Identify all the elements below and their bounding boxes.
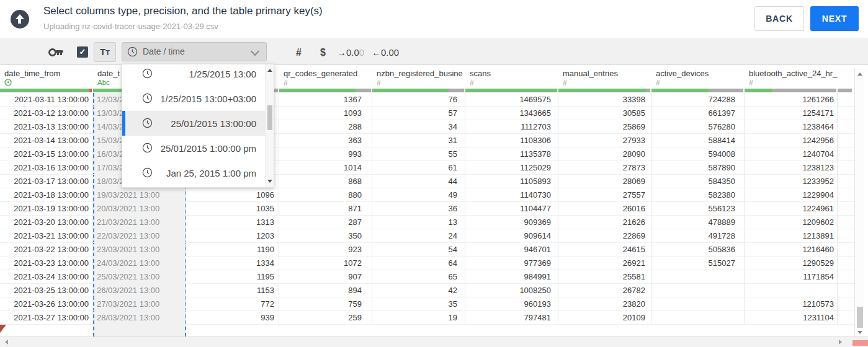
- table-cell: 76: [372, 93, 465, 107]
- column-type-icon: #: [284, 79, 372, 87]
- table-cell: 27933: [558, 134, 651, 147]
- table-cell: 1238123: [745, 161, 838, 175]
- upload-icon: [11, 10, 29, 29]
- scroll-down-icon[interactable]: [267, 180, 272, 183]
- table-cell: [838, 175, 854, 188]
- dropdown-option[interactable]: 25/01/2015 13:00:00: [122, 111, 265, 136]
- type-select[interactable]: Date / time: [122, 42, 267, 61]
- clock-icon: [127, 46, 138, 57]
- column-header[interactable]: active_devices#: [651, 65, 745, 89]
- v-scrollbar[interactable]: [854, 68, 864, 336]
- scrollbar-thumb[interactable]: [267, 105, 272, 130]
- table-cell: 26782: [558, 284, 651, 297]
- table-cell: 21626: [558, 216, 651, 229]
- table-cell: 907: [279, 270, 372, 284]
- scroll-up-icon[interactable]: [267, 69, 272, 72]
- h-scroll-thumb[interactable]: [852, 340, 868, 346]
- currency-type-button[interactable]: $: [320, 39, 326, 66]
- column-quality-bar: [651, 89, 745, 93]
- table-cell: 984991: [465, 270, 558, 284]
- column-header[interactable]: date_time_from: [0, 65, 93, 89]
- scroll-up-icon[interactable]: [857, 72, 862, 76]
- dropdown-option[interactable]: 1/25/2015 13:00+03:00: [122, 86, 265, 111]
- column-type-icon: #: [656, 79, 745, 87]
- table-cell: 1104477: [465, 202, 558, 216]
- table-cell: 759: [279, 297, 372, 311]
- scroll-left-icon[interactable]: [5, 340, 8, 345]
- table-cell: 1254171: [745, 107, 838, 120]
- back-button[interactable]: BACK: [754, 6, 804, 31]
- number-type-button[interactable]: #: [296, 39, 302, 66]
- table-cell: [838, 93, 854, 107]
- table-cell: 24: [372, 229, 465, 243]
- dropdown-option[interactable]: Jan 25, 2015 1:00 pm: [122, 160, 265, 185]
- table-cell: 21/03/2021 13:00: [93, 216, 186, 229]
- primary-key-button[interactable]: [48, 48, 64, 57]
- column-header[interactable]: bluetooth_active_24_hr_#: [745, 65, 838, 89]
- table-cell: 363: [279, 134, 372, 147]
- table-cell: 2021-03-19 13:00:00: [0, 202, 93, 216]
- table-cell: 24615: [558, 243, 651, 257]
- column-type-icon: #: [563, 79, 651, 87]
- scroll-down-icon[interactable]: [857, 331, 862, 334]
- table-cell: [838, 311, 854, 325]
- table-cell: [651, 270, 745, 284]
- table-cell: 661397: [651, 107, 745, 120]
- clock-icon: [142, 68, 153, 79]
- table-cell: 2021-03-17 13:00:00: [0, 175, 93, 188]
- table-cell: 22869: [558, 229, 651, 243]
- table-cell: 576280: [651, 120, 745, 134]
- text-type-button[interactable]: TT: [94, 42, 116, 62]
- table-cell: 1125029: [465, 161, 558, 175]
- column-header[interactable]: manual_entries#: [558, 65, 651, 89]
- table-cell: [838, 147, 854, 161]
- table-cell: 28/03/2021 13:00: [93, 311, 186, 325]
- column-quality-bar: [838, 89, 854, 93]
- table-cell: 20109: [558, 311, 651, 325]
- table-cell: 868: [279, 175, 372, 188]
- table-cell: 1213891: [745, 229, 838, 243]
- next-button[interactable]: NEXT: [810, 6, 859, 31]
- upload-status: Uploading nz-covid-tracer-usage-2021-03-…: [43, 22, 218, 31]
- dropdown-option[interactable]: 1/25/2015 13:00: [122, 64, 265, 86]
- clock-icon: [142, 93, 153, 103]
- decrease-decimal-button[interactable]: ←0.00: [372, 39, 399, 66]
- table-cell: 44: [372, 175, 465, 188]
- table-cell: 1008250: [465, 284, 558, 297]
- table-cell: 594008: [651, 147, 745, 161]
- column-header[interactable]: scans#: [465, 65, 558, 89]
- table-cell: 288: [279, 120, 372, 134]
- column-header[interactable]: nzbn_registered_busine#: [372, 65, 465, 89]
- table-cell: 55: [372, 147, 465, 161]
- table-cell: [651, 311, 745, 325]
- table-cell: 871: [279, 202, 372, 216]
- table-cell: 1014: [279, 161, 372, 175]
- table-cell: 1203: [186, 229, 279, 243]
- table-cell: [838, 257, 854, 270]
- scroll-right-icon[interactable]: [839, 340, 842, 345]
- table-cell: 25/03/2021 13:00: [93, 270, 186, 284]
- table-cell: 30585: [558, 107, 651, 120]
- column-quality-bar: [0, 89, 93, 93]
- increase-decimal-button[interactable]: →0.00: [337, 39, 364, 66]
- column-quality-bar: [465, 89, 558, 93]
- column-header[interactable]: qr_codes_generated#: [279, 65, 372, 89]
- table-cell: 25581: [558, 270, 651, 284]
- table-cell: 1209602: [745, 216, 838, 229]
- table-cell: 23/03/2021 13:00: [93, 243, 186, 257]
- table-cell: 2021-03-18 13:00:00: [0, 188, 93, 202]
- table-cell: [838, 229, 854, 243]
- h-scrollbar[interactable]: [0, 336, 868, 347]
- table-cell: 946701: [465, 243, 558, 257]
- dropdown-option[interactable]: 25/01/2015 1:00:00 pm: [122, 136, 265, 160]
- dropdown-scrollbar[interactable]: [265, 64, 274, 187]
- scrollbar-thumb[interactable]: [857, 307, 863, 328]
- table-cell: 515027: [651, 257, 745, 270]
- table-cell: 350: [279, 229, 372, 243]
- table-cell: 478889: [651, 216, 745, 229]
- column-name: nzbn_registered_busine: [377, 65, 465, 78]
- table-cell: 977369: [465, 257, 558, 270]
- table-cell: 1153: [186, 284, 279, 297]
- chevron-down-icon: [251, 47, 259, 56]
- validation-checkbox[interactable]: ✓: [77, 46, 88, 58]
